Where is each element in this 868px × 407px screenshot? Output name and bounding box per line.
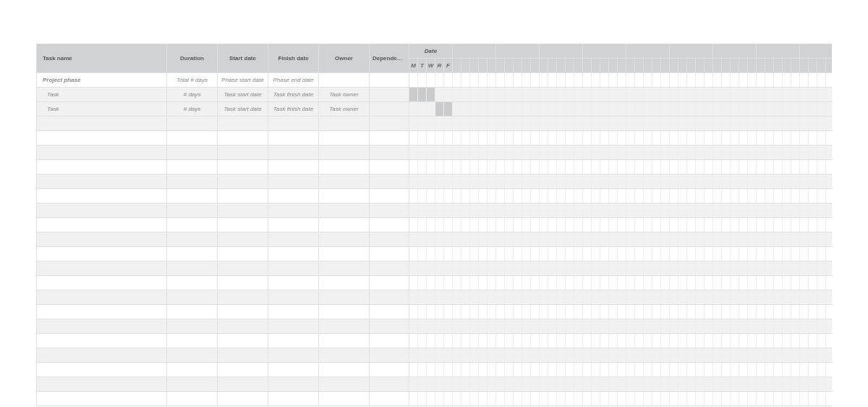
gantt-cell[interactable] (635, 232, 644, 247)
empty-cell[interactable] (268, 276, 319, 290)
gantt-cell[interactable] (583, 131, 592, 146)
gantt-cell[interactable] (748, 88, 757, 102)
gantt-cell[interactable] (435, 175, 444, 189)
gantt-cell[interactable] (600, 319, 609, 334)
gantt-cell[interactable] (774, 117, 783, 131)
gantt-cell[interactable] (687, 276, 696, 290)
gantt-cell[interactable] (817, 232, 826, 247)
empty-cell[interactable] (167, 131, 218, 146)
gantt-cell[interactable] (592, 276, 600, 290)
gantt-cell[interactable] (505, 348, 514, 363)
gantt-cell[interactable] (618, 189, 626, 204)
gantt-cell[interactable] (522, 189, 531, 204)
gantt-cell[interactable] (557, 218, 566, 232)
cell-task-name[interactable]: Project phase (37, 73, 167, 88)
cell-start-date[interactable]: Task start date (218, 102, 268, 117)
gantt-cell[interactable] (774, 160, 783, 175)
gantt-cell[interactable] (479, 377, 488, 392)
gantt-cell[interactable] (757, 146, 765, 160)
gantt-cell[interactable] (600, 305, 609, 319)
gantt-cell[interactable] (453, 160, 461, 175)
gantt-cell[interactable] (496, 377, 505, 392)
empty-cell[interactable] (37, 319, 167, 334)
gantt-cell[interactable] (809, 261, 817, 276)
gantt-cell[interactable] (722, 131, 731, 146)
gantt-cell[interactable] (514, 377, 522, 392)
gantt-cell[interactable] (531, 305, 540, 319)
gantt-cell[interactable] (592, 392, 600, 406)
gantt-cell[interactable] (592, 377, 600, 392)
gantt-cell[interactable] (722, 290, 731, 305)
gantt-cell[interactable] (757, 261, 765, 276)
gantt-cell[interactable] (522, 160, 531, 175)
gantt-cell[interactable] (470, 290, 479, 305)
gantt-cell[interactable] (453, 261, 461, 276)
gantt-cell[interactable] (435, 305, 444, 319)
gantt-cell[interactable] (435, 218, 444, 232)
gantt-cell[interactable] (592, 319, 600, 334)
gantt-cell[interactable] (644, 392, 652, 406)
gantt-cell[interactable] (644, 146, 652, 160)
gantt-cell[interactable] (765, 348, 774, 363)
gantt-cell[interactable] (817, 261, 826, 276)
gantt-cell[interactable] (774, 363, 783, 377)
empty-cell[interactable] (167, 334, 218, 348)
gantt-cell[interactable] (783, 73, 791, 88)
gantt-cell[interactable] (618, 102, 626, 117)
gantt-cell[interactable] (687, 247, 696, 261)
gantt-cell[interactable] (817, 102, 826, 117)
gantt-cell[interactable] (644, 348, 652, 363)
gantt-cell[interactable] (531, 117, 540, 131)
gantt-cell[interactable] (600, 392, 609, 406)
empty-cell[interactable] (268, 146, 319, 160)
gantt-cell[interactable] (427, 232, 435, 247)
empty-row[interactable] (37, 160, 833, 175)
gantt-cell[interactable] (409, 392, 418, 406)
empty-cell[interactable] (319, 348, 370, 363)
gantt-cell[interactable] (809, 276, 817, 290)
gantt-cell[interactable] (418, 334, 427, 348)
gantt-cell[interactable] (800, 247, 809, 261)
gantt-cell[interactable] (731, 102, 739, 117)
gantt-cell[interactable] (557, 117, 566, 131)
gantt-cell[interactable] (696, 377, 705, 392)
gantt-cell[interactable] (809, 319, 817, 334)
gantt-cell[interactable] (444, 392, 453, 406)
gantt-cell[interactable] (661, 160, 670, 175)
gantt-cell[interactable] (409, 232, 418, 247)
gantt-cell[interactable] (557, 189, 566, 204)
gantt-cell[interactable] (522, 175, 531, 189)
gantt-cell[interactable] (488, 146, 496, 160)
gantt-cell[interactable] (583, 218, 592, 232)
gantt-cell[interactable] (696, 117, 705, 131)
gantt-cell[interactable] (583, 102, 592, 117)
gantt-cell[interactable] (791, 392, 800, 406)
gantt-cell[interactable] (453, 348, 461, 363)
gantt-cell[interactable] (488, 334, 496, 348)
gantt-cell[interactable] (800, 290, 809, 305)
gantt-cell[interactable] (548, 305, 557, 319)
empty-row[interactable] (37, 276, 833, 290)
gantt-cell[interactable] (427, 392, 435, 406)
gantt-cell[interactable] (600, 290, 609, 305)
gantt-cell[interactable] (479, 102, 488, 117)
gantt-cell[interactable] (557, 334, 566, 348)
gantt-cell[interactable] (418, 160, 427, 175)
gantt-cell[interactable] (592, 131, 600, 146)
gantt-cell[interactable] (531, 73, 540, 88)
gantt-cell[interactable] (783, 290, 791, 305)
gantt-cell[interactable] (488, 175, 496, 189)
empty-cell[interactable] (218, 146, 268, 160)
gantt-cell[interactable] (574, 146, 583, 160)
gantt-cell[interactable] (678, 160, 687, 175)
gantt-cell[interactable] (409, 146, 418, 160)
cell-start-date[interactable]: Phase start date (218, 73, 268, 88)
empty-row[interactable] (37, 319, 833, 334)
gantt-cell[interactable] (661, 175, 670, 189)
gantt-cell[interactable] (826, 102, 832, 117)
gantt-cell[interactable] (609, 334, 618, 348)
gantt-cell[interactable] (435, 319, 444, 334)
empty-cell[interactable] (370, 160, 409, 175)
gantt-cell[interactable] (470, 348, 479, 363)
gantt-cell[interactable] (800, 73, 809, 88)
